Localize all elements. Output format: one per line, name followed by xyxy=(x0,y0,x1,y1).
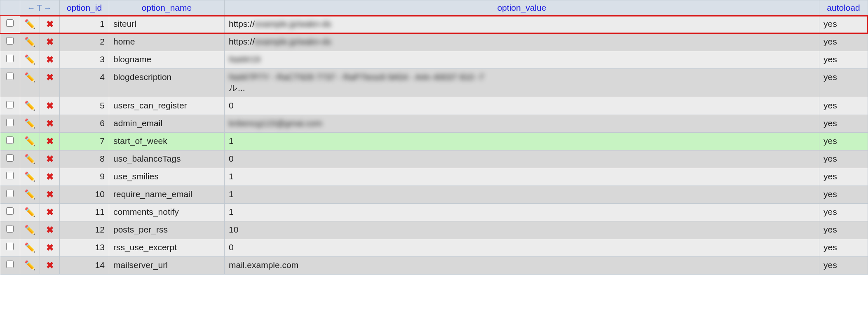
cell-option-value: https://example.jp/wakn-ds xyxy=(225,16,819,33)
value-prefix: 0 xyxy=(229,242,234,252)
cell-option-name: use_balanceTags xyxy=(109,150,225,168)
cell-autoload: yes xyxy=(819,51,868,69)
cell-option-id: 2 xyxy=(60,33,109,51)
delete-x-icon[interactable]: ✖ xyxy=(46,54,54,65)
cell-autoload: yes xyxy=(819,16,868,33)
edit-pencil-icon[interactable]: ✏️ xyxy=(24,19,35,30)
table-header-row: ←T→ option_id option_name option_value a… xyxy=(0,0,868,16)
column-header-option-id[interactable]: option_id xyxy=(60,0,109,16)
row-checkbox[interactable] xyxy=(6,55,14,62)
row-checkbox[interactable] xyxy=(6,73,14,80)
row-checkbox[interactable] xyxy=(6,154,14,162)
edit-pencil-icon[interactable]: ✏️ xyxy=(24,225,35,235)
arrow-left-icon: ← xyxy=(27,3,36,13)
delete-x-icon[interactable]: ✖ xyxy=(46,225,54,235)
cell-option-name: start_of_week xyxy=(109,133,225,150)
cell-autoload: yes xyxy=(819,133,868,150)
edit-pencil-icon[interactable]: ✏️ xyxy=(24,101,35,111)
cell-delete: ✖ xyxy=(40,204,60,221)
delete-x-icon[interactable]: ✖ xyxy=(46,154,54,164)
cell-option-id: 3 xyxy=(60,51,109,69)
delete-x-icon[interactable]: ✖ xyxy=(46,172,54,182)
delete-x-icon[interactable]: ✖ xyxy=(46,207,54,218)
cell-option-id: 12 xyxy=(60,221,109,239)
delete-x-icon[interactable]: ✖ xyxy=(46,242,54,253)
cell-option-name: use_smilies xyxy=(109,168,225,186)
table-row: ✏️✖2homehttps://example.jp/wakn-dsyes xyxy=(0,33,868,51)
cell-option-id: 9 xyxy=(60,168,109,186)
edit-pencil-icon[interactable]: ✏️ xyxy=(24,54,35,65)
cell-checkbox xyxy=(0,69,20,97)
delete-x-icon[interactable]: ✖ xyxy=(46,101,54,111)
value-redacted: example.jp/wakn-ds xyxy=(255,37,331,47)
row-checkbox[interactable] xyxy=(6,190,14,197)
edit-pencil-icon[interactable]: ✏️ xyxy=(24,136,35,147)
column-header-autoload[interactable]: autoload xyxy=(819,0,868,16)
delete-x-icon[interactable]: ✖ xyxy=(46,260,54,271)
delete-x-icon[interactable]: ✖ xyxy=(46,37,54,47)
cell-edit: ✏️ xyxy=(20,69,40,97)
cell-autoload: yes xyxy=(819,115,868,133)
row-checkbox[interactable] xyxy=(6,19,14,27)
value-prefix: 10 xyxy=(229,225,238,235)
edit-pencil-icon[interactable]: ✏️ xyxy=(24,242,35,253)
options-table: ←T→ option_id option_name option_value a… xyxy=(0,0,868,275)
delete-x-icon[interactable]: ✖ xyxy=(46,118,54,129)
cell-checkbox xyxy=(0,51,20,69)
column-header-option-value[interactable]: option_value xyxy=(225,0,819,16)
table-row: ✏️✖5users_can_register0yes xyxy=(0,97,868,115)
cell-option-value: https://example.jp/wakn-ds xyxy=(225,33,819,51)
cell-delete: ✖ xyxy=(40,115,60,133)
row-checkbox[interactable] xyxy=(6,119,14,126)
cell-autoload: yes xyxy=(819,221,868,239)
edit-pencil-icon[interactable]: ✏️ xyxy=(24,260,35,271)
cell-edit: ✏️ xyxy=(20,239,40,257)
edit-pencil-icon[interactable]: ✏️ xyxy=(24,72,35,83)
cell-edit: ✏️ xyxy=(20,150,40,168)
row-checkbox[interactable] xyxy=(6,261,14,268)
cell-checkbox xyxy=(0,257,20,275)
delete-x-icon[interactable]: ✖ xyxy=(46,136,54,147)
delete-x-icon[interactable]: ✖ xyxy=(46,19,54,30)
value-redacted: NaWr19 xyxy=(229,54,260,64)
cell-delete: ✖ xyxy=(40,133,60,150)
cell-checkbox xyxy=(0,97,20,115)
table-row: ✏️✖6admin_emailknbencg115@gmai.comyes xyxy=(0,115,868,133)
edit-pencil-icon[interactable]: ✏️ xyxy=(24,118,35,129)
cell-option-value: knbencg115@gmai.com xyxy=(225,115,819,133)
cell-option-name: require_name_email xyxy=(109,186,225,204)
cell-option-id: 6 xyxy=(60,115,109,133)
row-checkbox[interactable] xyxy=(6,172,14,179)
cell-option-id: 10 xyxy=(60,186,109,204)
table-row: ✏️✖12posts_per_rss10yes xyxy=(0,221,868,239)
row-checkbox[interactable] xyxy=(6,136,14,144)
value-prefix: 1 xyxy=(229,172,234,181)
delete-x-icon[interactable]: ✖ xyxy=(46,72,54,83)
cell-checkbox xyxy=(0,239,20,257)
edit-pencil-icon[interactable]: ✏️ xyxy=(24,154,35,164)
edit-pencil-icon[interactable]: ✏️ xyxy=(24,189,35,200)
column-header-actions[interactable]: ←T→ xyxy=(20,0,60,16)
cell-edit: ✏️ xyxy=(20,168,40,186)
row-checkbox[interactable] xyxy=(6,37,14,45)
delete-x-icon[interactable]: ✖ xyxy=(46,189,54,200)
cell-option-id: 5 xyxy=(60,97,109,115)
row-checkbox[interactable] xyxy=(6,207,14,215)
row-checkbox[interactable] xyxy=(6,243,14,250)
cell-edit: ✏️ xyxy=(20,16,40,33)
cell-delete: ✖ xyxy=(40,16,60,33)
cell-option-name: home xyxy=(109,33,225,51)
edit-pencil-icon[interactable]: ✏️ xyxy=(24,207,35,218)
edit-pencil-icon[interactable]: ✏️ xyxy=(24,37,35,47)
sort-t-icon: T xyxy=(36,3,43,12)
value-prefix: https:// xyxy=(229,19,255,29)
column-header-option-name[interactable]: option_name xyxy=(109,0,225,16)
edit-pencil-icon[interactable]: ✏️ xyxy=(24,172,35,182)
cell-delete: ✖ xyxy=(40,33,60,51)
row-checkbox[interactable] xyxy=(6,225,14,233)
cell-autoload: yes xyxy=(819,97,868,115)
table-row: ✏️✖3blognameNaWr19yes xyxy=(0,51,868,69)
value-prefix: 1 xyxy=(229,207,234,217)
cell-option-value: NaWr19 xyxy=(225,51,819,69)
row-checkbox[interactable] xyxy=(6,101,14,108)
